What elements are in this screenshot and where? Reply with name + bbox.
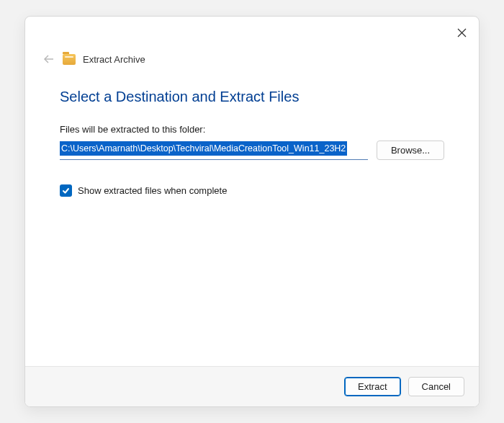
show-extracted-checkbox[interactable]	[60, 184, 72, 197]
check-icon	[62, 187, 70, 195]
arrow-left-icon	[43, 53, 55, 65]
page-heading: Select a Destination and Extract Files	[60, 89, 444, 105]
dialog-title: Extract Archive	[83, 54, 145, 65]
extract-button[interactable]: Extract	[344, 377, 400, 396]
destination-path-field[interactable]: C:\Users\Amarnath\Desktop\Techviral\Medi…	[60, 141, 368, 160]
destination-label: Files will be extracted to this folder:	[60, 124, 444, 135]
close-icon	[457, 28, 467, 37]
archive-folder-icon	[63, 54, 76, 65]
show-extracted-label: Show extracted files when complete	[78, 185, 227, 196]
extract-archive-dialog: Extract Archive Select a Destination and…	[24, 16, 480, 407]
dialog-footer: Extract Cancel	[25, 366, 479, 406]
browse-button[interactable]: Browse...	[377, 141, 444, 160]
close-button[interactable]	[454, 25, 469, 40]
back-button[interactable]	[42, 53, 55, 66]
cancel-button[interactable]: Cancel	[408, 377, 464, 396]
destination-path-value: C:\Users\Amarnath\Desktop\Techviral\Medi…	[60, 141, 347, 156]
